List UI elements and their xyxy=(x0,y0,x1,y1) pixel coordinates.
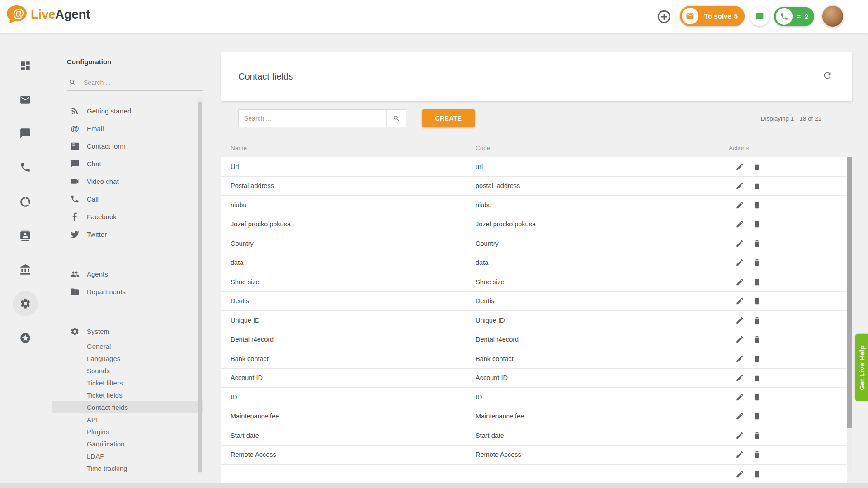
delete-icon[interactable] xyxy=(753,162,761,171)
edit-icon[interactable] xyxy=(736,258,744,267)
table-search-input[interactable] xyxy=(239,110,386,127)
edit-icon[interactable] xyxy=(736,316,744,324)
delete-icon[interactable] xyxy=(753,316,761,324)
create-button[interactable]: CREATE xyxy=(422,109,475,127)
table-search-button[interactable] xyxy=(386,110,406,127)
chat-bubble-icon xyxy=(755,12,764,21)
edit-icon[interactable] xyxy=(736,412,744,421)
sidebar-item-ldap[interactable]: LDAP xyxy=(52,450,203,462)
cell-name: ID xyxy=(231,394,237,401)
edit-icon[interactable] xyxy=(736,431,744,440)
sidebar-item-label: Call xyxy=(87,195,99,203)
column-header-actions: Actions xyxy=(729,144,749,151)
delete-icon[interactable] xyxy=(753,412,761,421)
sidebar-item-facebook[interactable]: Facebook xyxy=(52,208,203,225)
edit-icon[interactable] xyxy=(736,201,744,209)
sidebar-item-twitter[interactable]: Twitter xyxy=(52,225,203,243)
refresh-button[interactable] xyxy=(822,70,833,81)
delete-icon[interactable] xyxy=(753,374,761,382)
sidebar-item-ticket-filters[interactable]: Ticket filters xyxy=(52,377,203,389)
sidebar-item-agents[interactable]: Agents xyxy=(52,265,203,283)
sidebar-item-api[interactable]: API xyxy=(52,413,203,426)
calls-button[interactable]: 2 xyxy=(774,7,814,26)
table-row: Urlurl xyxy=(221,157,847,177)
delete-icon[interactable] xyxy=(753,335,761,344)
edit-icon[interactable] xyxy=(736,162,744,171)
rail-item-dashboard[interactable] xyxy=(19,60,31,72)
edit-icon[interactable] xyxy=(736,450,744,459)
edit-icon[interactable] xyxy=(736,469,744,478)
cell-code: postal_address xyxy=(476,182,520,189)
horizontal-scrollbar[interactable] xyxy=(0,483,868,488)
delete-icon[interactable] xyxy=(753,201,761,209)
rail-item-call[interactable] xyxy=(19,161,31,173)
edit-icon[interactable] xyxy=(736,277,744,286)
search-icon xyxy=(69,79,76,86)
add-button[interactable] xyxy=(656,9,672,24)
user-avatar[interactable] xyxy=(821,5,844,28)
sidebar-item-ticket-fields[interactable]: Ticket fields xyxy=(52,389,203,401)
table-row: IDID xyxy=(221,388,847,407)
delete-icon[interactable] xyxy=(753,182,761,190)
dashboard-icon xyxy=(19,60,31,72)
sidebar-item-email[interactable]: @Email xyxy=(52,120,203,137)
delete-icon[interactable] xyxy=(753,297,761,305)
rail-item-chat[interactable] xyxy=(19,127,31,139)
table-scrollbar-thumb[interactable] xyxy=(847,157,852,428)
delete-icon[interactable] xyxy=(753,431,761,440)
delete-icon[interactable] xyxy=(753,450,761,459)
sidebar-item-label: Languages xyxy=(87,355,120,362)
edit-icon[interactable] xyxy=(736,182,744,190)
sidebar-item-system[interactable]: System xyxy=(52,323,203,340)
delete-icon[interactable] xyxy=(753,258,761,267)
rail-item-data-usage[interactable] xyxy=(19,196,31,208)
rail-item-email[interactable] xyxy=(19,94,31,106)
cell-actions xyxy=(736,469,761,478)
at-icon: @ xyxy=(70,124,80,134)
edit-icon[interactable] xyxy=(736,374,744,382)
cell-code: data xyxy=(476,259,488,266)
edit-icon[interactable] xyxy=(736,393,744,401)
sidebar-item-contact-fields[interactable]: Contact fields xyxy=(52,401,203,413)
sidebar-item-video-chat[interactable]: Video chat xyxy=(52,173,203,190)
delete-icon[interactable] xyxy=(753,277,761,286)
delete-icon[interactable] xyxy=(753,354,761,363)
bank-icon xyxy=(19,264,31,276)
column-header-name: Name xyxy=(231,144,247,151)
sidebar-item-departments[interactable]: Departments xyxy=(52,283,203,300)
sidebar-item-chat[interactable]: Chat xyxy=(52,155,203,173)
rail-item-bank[interactable] xyxy=(19,264,31,276)
get-live-help-button[interactable]: Get Live Help xyxy=(855,334,868,401)
edit-icon[interactable] xyxy=(736,220,744,229)
rail-item-contacts[interactable] xyxy=(19,230,31,241)
sidebar-item-call[interactable]: Call xyxy=(52,190,203,208)
twitter-icon xyxy=(70,230,80,239)
liveagent-bubble-icon: @ xyxy=(6,5,27,24)
sidebar-item-label: Contact fields xyxy=(87,404,128,411)
sidebar-item-languages[interactable]: Languages xyxy=(52,352,203,365)
sidebar-search-input[interactable] xyxy=(84,79,192,86)
sidebar-item-contact-form[interactable]: Contact form xyxy=(52,137,203,155)
sidebar-item-time-tracking[interactable]: Time tracking xyxy=(52,462,203,474)
folder-icon xyxy=(70,287,80,296)
to-solve-button[interactable]: To solve 5 xyxy=(680,6,745,26)
rail-item-stars[interactable] xyxy=(19,332,31,344)
sidebar-item-plugins[interactable]: Plugins xyxy=(52,426,203,438)
sidebar-item-getting-started[interactable]: Getting started xyxy=(52,102,203,120)
edit-icon[interactable] xyxy=(736,239,744,248)
sidebar-item-general[interactable]: General xyxy=(52,340,203,352)
sidebar-item-label: Email xyxy=(87,125,104,132)
table-row: Postal addresspostal_address xyxy=(221,177,847,196)
edit-icon[interactable] xyxy=(736,354,744,363)
edit-icon[interactable] xyxy=(736,335,744,344)
sidebar-item-gamification[interactable]: Gamification xyxy=(52,438,203,450)
delete-icon[interactable] xyxy=(753,393,761,401)
chats-button[interactable] xyxy=(750,7,769,26)
delete-icon[interactable] xyxy=(753,220,761,229)
delete-icon[interactable] xyxy=(753,469,761,478)
edit-icon[interactable] xyxy=(736,297,744,305)
delete-icon[interactable] xyxy=(753,239,761,248)
sidebar-scrollbar-thumb[interactable] xyxy=(198,102,202,472)
sidebar-item-sounds[interactable]: Sounds xyxy=(52,365,203,377)
rail-item-settings[interactable] xyxy=(19,298,31,310)
